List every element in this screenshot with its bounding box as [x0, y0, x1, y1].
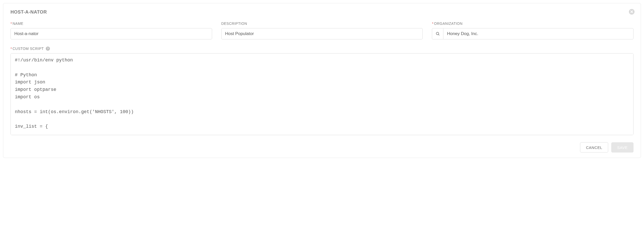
organization-label-text: ORGANIZATION — [434, 21, 463, 26]
required-marker: * — [10, 21, 12, 26]
form-panel: HOST-A-NATOR *NAME DESCRIPTION *ORGANIZA… — [3, 3, 641, 158]
name-field-group: *NAME — [10, 21, 212, 39]
cancel-button[interactable]: CANCEL — [580, 142, 608, 153]
name-input[interactable] — [10, 28, 212, 39]
custom-script-label-row: *CUSTOM SCRIPT ? — [10, 47, 634, 51]
close-button[interactable] — [629, 9, 635, 15]
organization-label: *ORGANIZATION — [432, 21, 634, 26]
footer-actions: CANCEL SAVE — [10, 142, 634, 153]
search-icon — [435, 31, 440, 36]
required-marker: * — [10, 47, 12, 51]
svg-point-1 — [436, 32, 439, 35]
svg-line-2 — [438, 34, 439, 35]
close-icon — [629, 9, 635, 15]
required-marker: * — [432, 21, 433, 26]
name-label-text: NAME — [13, 21, 23, 26]
custom-script-label: *CUSTOM SCRIPT — [10, 47, 44, 51]
organization-search-button[interactable] — [432, 28, 443, 39]
panel-title: HOST-A-NATOR — [10, 9, 634, 15]
description-input[interactable] — [221, 28, 423, 39]
custom-script-textarea[interactable] — [10, 53, 634, 135]
organization-input-wrap — [432, 28, 634, 39]
save-button[interactable]: SAVE — [611, 142, 634, 153]
custom-script-help-button[interactable]: ? — [46, 47, 50, 51]
name-label: *NAME — [10, 21, 212, 26]
field-row: *NAME DESCRIPTION *ORGANIZATION — [10, 21, 634, 39]
organization-input[interactable] — [443, 28, 634, 39]
custom-script-label-text: CUSTOM SCRIPT — [13, 47, 44, 51]
organization-field-group: *ORGANIZATION — [432, 21, 634, 39]
description-label: DESCRIPTION — [221, 21, 423, 26]
svg-text:?: ? — [47, 47, 49, 50]
description-field-group: DESCRIPTION — [221, 21, 423, 39]
help-icon: ? — [46, 47, 50, 51]
